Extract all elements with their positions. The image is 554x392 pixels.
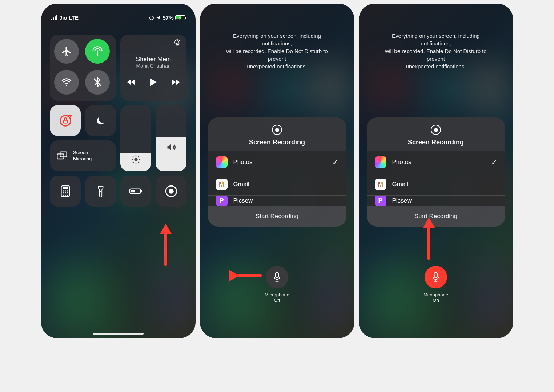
record-icon	[431, 125, 441, 135]
rotation-lock-status-icon	[149, 15, 154, 21]
battery-percent: 57%	[162, 15, 173, 21]
play-button[interactable]	[149, 77, 158, 87]
wifi-toggle[interactable]	[54, 70, 79, 95]
microphone-state: Off	[208, 297, 346, 303]
photos-app-icon	[375, 156, 386, 168]
orientation-lock-toggle[interactable]	[50, 105, 81, 136]
svg-rect-19	[63, 187, 68, 189]
svg-point-23	[63, 192, 64, 193]
sheet-title: Screen Recording	[208, 139, 346, 146]
svg-line-15	[138, 156, 139, 157]
connectivity-module[interactable]	[50, 35, 116, 101]
gmail-app-icon	[216, 179, 228, 190]
record-destination-option[interactable]: Photos ✓	[367, 151, 505, 173]
svg-rect-32	[131, 190, 135, 192]
checkmark-icon: ✓	[332, 158, 338, 167]
svg-line-12	[133, 156, 133, 157]
moon-icon	[95, 115, 107, 127]
svg-line-13	[138, 162, 139, 163]
music-track-title: Sheher Mein	[136, 56, 171, 63]
microphone-icon	[431, 272, 440, 282]
microphone-icon	[273, 272, 281, 282]
app-icon: P	[216, 195, 228, 206]
screenshot-recording-mic-off: Everything on your screen, including not…	[200, 4, 354, 338]
start-recording-button[interactable]: Start Recording	[208, 206, 346, 227]
svg-point-5	[60, 115, 71, 126]
airplay-icon[interactable]	[173, 39, 181, 47]
flashlight-icon	[97, 185, 104, 197]
do-not-disturb-toggle[interactable]	[85, 105, 116, 136]
record-icon	[165, 185, 177, 197]
svg-rect-36	[434, 272, 438, 278]
carrier-label: Jio LTE	[59, 15, 79, 21]
microphone-label: Microphone	[367, 292, 505, 297]
svg-line-14	[133, 162, 133, 163]
status-bar: Jio LTE 57% ⚡	[49, 4, 188, 21]
record-icon	[272, 125, 282, 135]
record-destination-option[interactable]: Photos ✓	[208, 151, 346, 173]
battery-icon: ⚡	[175, 15, 185, 20]
recording-sheet: Screen Recording Photos ✓ Gmail P Picsew…	[367, 117, 505, 227]
svg-point-24	[65, 192, 66, 193]
signal-bars-icon	[51, 15, 57, 20]
screenshot-recording-mic-on: Everything on your screen, including not…	[359, 4, 513, 338]
location-icon	[156, 15, 161, 20]
svg-point-22	[67, 190, 68, 191]
svg-point-20	[63, 190, 64, 191]
record-destination-option[interactable]: Gmail	[367, 173, 505, 195]
svg-point-25	[67, 192, 68, 193]
flashlight-button[interactable]	[85, 176, 116, 207]
music-track-artist: Mohit Chauhan	[136, 63, 171, 69]
recording-info-text: Everything on your screen, including not…	[208, 4, 346, 70]
screen-mirroring-button[interactable]: Screen Mirroring	[50, 140, 116, 171]
microphone-toggle[interactable]	[425, 266, 447, 288]
screenshot-control-center: Jio LTE 57% ⚡ Sheher	[41, 4, 196, 338]
svg-point-21	[65, 190, 66, 191]
volume-icon	[166, 142, 176, 152]
low-power-icon	[129, 188, 142, 195]
recording-info-text: Everything on your screen, including not…	[367, 4, 505, 70]
app-icon: P	[375, 195, 386, 206]
next-track-button[interactable]	[171, 79, 180, 86]
screen-record-button[interactable]	[156, 176, 186, 207]
previous-track-button[interactable]	[127, 79, 136, 86]
svg-point-4	[176, 41, 179, 44]
microphone-toggle[interactable]	[266, 266, 288, 288]
brightness-slider[interactable]	[120, 105, 151, 171]
start-recording-button[interactable]: Start Recording	[367, 206, 505, 227]
record-destination-option[interactable]: P Picsew	[367, 195, 505, 206]
screen-mirroring-icon	[56, 151, 68, 161]
record-destination-option[interactable]: Gmail	[208, 173, 346, 195]
recording-sheet: Screen Recording Photos ✓ Gmail P Picsew…	[208, 117, 346, 227]
brightness-icon	[131, 155, 141, 165]
record-destination-option[interactable]: P Picsew	[208, 195, 346, 206]
svg-point-29	[100, 191, 101, 192]
gmail-app-icon	[375, 179, 386, 190]
bluetooth-toggle[interactable]	[85, 70, 110, 95]
svg-point-1	[66, 85, 67, 86]
option-label: Picsew	[392, 197, 412, 204]
sheet-title: Screen Recording	[367, 139, 505, 146]
cellular-data-toggle[interactable]	[85, 39, 110, 64]
volume-slider[interactable]	[156, 105, 186, 171]
option-label: Gmail	[233, 181, 249, 188]
airplane-mode-toggle[interactable]	[54, 39, 79, 64]
svg-rect-35	[276, 272, 279, 278]
photos-app-icon	[216, 156, 228, 168]
home-indicator[interactable]	[93, 333, 144, 335]
svg-point-0	[150, 16, 154, 20]
microphone-label: Microphone	[208, 292, 346, 297]
option-label: Gmail	[392, 181, 408, 188]
music-module[interactable]: Sheher Mein Mohit Chauhan	[120, 35, 186, 101]
low-power-mode-button[interactable]	[120, 176, 151, 207]
option-label: Photos	[233, 159, 253, 166]
microphone-state: On	[367, 297, 505, 303]
calculator-icon	[61, 185, 70, 197]
screen-mirroring-label: Screen Mirroring	[73, 150, 92, 162]
option-label: Photos	[392, 159, 412, 166]
svg-point-28	[67, 194, 68, 195]
svg-point-26	[63, 194, 64, 195]
svg-rect-31	[141, 190, 142, 192]
calculator-button[interactable]	[50, 176, 81, 207]
checkmark-icon: ✓	[491, 158, 497, 167]
